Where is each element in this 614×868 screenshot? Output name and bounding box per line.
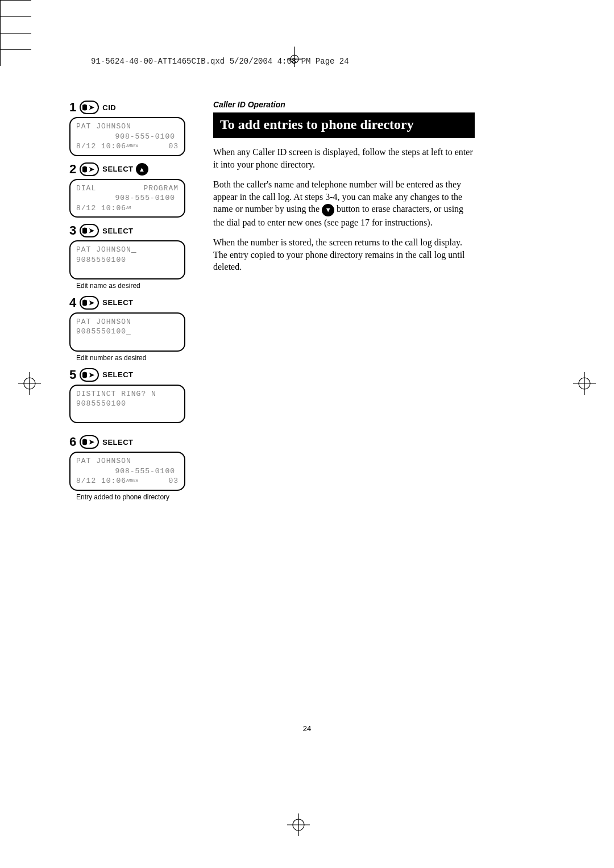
- step-caption: Edit name as desired: [76, 282, 190, 290]
- button-icon: ➤: [80, 101, 99, 114]
- lcd-display: PAT JOHNSON 9085550100: [69, 240, 185, 279]
- lcd-display: PAT JOHNSON 908-555-0100 8/12 10:06AMNEW…: [69, 452, 185, 491]
- button-icon: ➤: [80, 224, 99, 237]
- lcd-line: 908-555-0100: [76, 193, 179, 203]
- step-caption: Edit number as desired: [76, 354, 190, 362]
- crop-mark: [0, 33, 31, 34]
- button-icon: ➤: [80, 296, 99, 310]
- step-number: 3: [69, 223, 76, 238]
- header-text: 91-5624-40-00-ATT1465CIB.qxd 5/20/2004 4…: [91, 57, 349, 66]
- lcd-line: 9085550100: [76, 255, 179, 265]
- body-paragraph: When any Caller ID screen is displayed, …: [213, 146, 475, 170]
- lcd-display: DIAL PROGRAM 908-555-0100 8/12 10:06AM: [69, 179, 185, 218]
- lcd-line: DISTINCT RING? N: [76, 389, 179, 399]
- lcd-line: 9085550100_: [76, 327, 179, 337]
- step-number: 4: [69, 295, 76, 310]
- body-paragraph: Both the caller's name and telephone num…: [213, 178, 475, 228]
- crop-mark: [0, 49, 31, 50]
- step-label: SELECT: [102, 298, 133, 307]
- lcd-line: PAT JOHNSON: [76, 317, 179, 327]
- section-label: Caller ID Operation: [213, 100, 475, 109]
- button-icon: ➤: [80, 368, 99, 382]
- step-number: 2: [69, 162, 76, 177]
- lcd-line: DIAL PROGRAM: [76, 183, 179, 194]
- crop-mark: [0, 0, 31, 1]
- crop-mark: [0, 34, 1, 49]
- lcd-display: PAT JOHNSON 9085550100_: [69, 312, 185, 352]
- step-1: 1 ➤ CID PAT JOHNSON 908-555-0100 8/12 10…: [63, 100, 190, 156]
- step-caption: Entry added to phone directory: [76, 493, 190, 501]
- lcd-line: 8/12 10:06AMNEW 03: [76, 141, 179, 152]
- lcd-line: 908-555-0100: [76, 466, 179, 477]
- crop-mark: [0, 50, 1, 66]
- lcd-line: 8/12 10:06AM: [76, 203, 179, 214]
- step-label: SELECT: [102, 370, 133, 379]
- page: 91-5624-40-00-ATT1465CIB.qxd 5/20/2004 4…: [63, 57, 551, 807]
- lcd-line: PAT JOHNSON: [76, 456, 179, 466]
- crop-mark: [0, 1, 1, 16]
- step-label: CID: [102, 103, 116, 112]
- steps-column: 1 ➤ CID PAT JOHNSON 908-555-0100 8/12 10…: [63, 100, 190, 507]
- step-number: 5: [69, 368, 76, 382]
- lcd-line: 8/12 10:06AMNEW 03: [76, 476, 179, 486]
- registration-mark-icon: [287, 813, 310, 836]
- lcd-line: PAT JOHNSON: [76, 122, 179, 132]
- step-label: SELECT: [102, 165, 133, 173]
- step-label: SELECT: [102, 438, 133, 446]
- registration-mark-icon: [287, 47, 302, 67]
- crop-mark: [0, 16, 31, 17]
- main-column: Caller ID Operation To add entries to ph…: [213, 100, 475, 281]
- lcd-line: 9085550100: [76, 399, 179, 409]
- page-number: 24: [303, 724, 311, 733]
- body-paragraph: When the number is stored, the screen re…: [213, 236, 475, 273]
- lcd-line: 908-555-0100: [76, 132, 179, 142]
- lcd-display: DISTINCT RING? N 9085550100: [69, 385, 185, 424]
- step-6: 6 ➤ SELECT PAT JOHNSON 908-555-0100 8/12…: [63, 435, 190, 501]
- button-icon: ➤: [80, 435, 99, 449]
- registration-mark-icon: [573, 372, 596, 395]
- registration-mark-icon: [18, 372, 41, 395]
- print-header: 91-5624-40-00-ATT1465CIB.qxd 5/20/2004 4…: [63, 57, 551, 66]
- button-icon: ➤: [80, 162, 99, 176]
- step-number: 6: [69, 435, 76, 449]
- down-arrow-icon: ▼: [322, 204, 334, 216]
- lcd-line: PAT JOHNSON: [76, 245, 179, 255]
- step-label: SELECT: [102, 227, 133, 235]
- step-4: 4 ➤ SELECT PAT JOHNSON 9085550100_ Edit …: [63, 295, 190, 362]
- up-arrow-icon: ▲: [136, 163, 148, 176]
- step-3: 3 ➤ SELECT PAT JOHNSON 9085550100 Edit n…: [63, 223, 190, 290]
- step-number: 1: [69, 100, 76, 115]
- lcd-display: PAT JOHNSON 908-555-0100 8/12 10:06AMNEW…: [69, 117, 185, 156]
- step-2: 2 ➤ SELECT ▲ DIAL PROGRAM 908-555-0100: [63, 162, 190, 218]
- crop-mark: [0, 17, 1, 33]
- step-5: 5 ➤ SELECT DISTINCT RING? N 9085550100: [63, 368, 190, 424]
- page-title: To add entries to phone directory: [213, 112, 475, 138]
